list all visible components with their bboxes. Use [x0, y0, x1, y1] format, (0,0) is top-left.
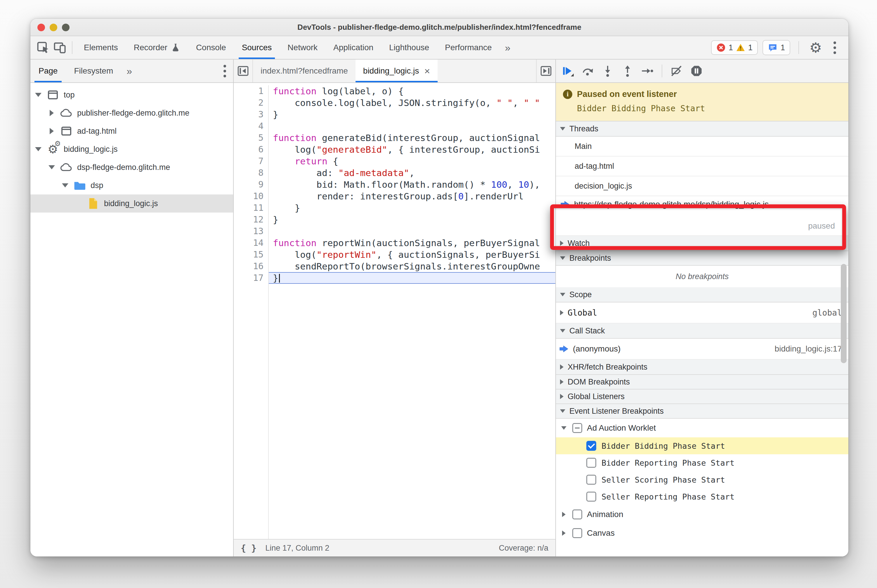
editor-tab-bidding-logic-js[interactable]: bidding_logic.js×	[355, 60, 438, 82]
section-event-listener-breakpoints[interactable]: Event Listener Breakpoints	[556, 404, 848, 418]
line-number-gutter[interactable]: 1234567891011121314151617	[234, 85, 269, 539]
step-out-icon[interactable]	[618, 62, 636, 80]
section-watch[interactable]: Watch	[556, 236, 848, 251]
line-number[interactable]: 3	[234, 109, 268, 120]
line-number[interactable]: 1	[234, 85, 268, 97]
section-dom-breakpoints[interactable]: DOM Breakpoints	[556, 374, 848, 390]
zoom-window-button[interactable]	[62, 24, 69, 31]
editor-tab-index-html-fencedframe[interactable]: index.html?fencedframe	[253, 60, 355, 82]
step-over-icon[interactable]	[579, 62, 597, 80]
checkbox-unchecked[interactable]	[586, 492, 596, 502]
line-number[interactable]: 17	[234, 272, 268, 284]
scope-global-row[interactable]: Global global	[556, 303, 848, 324]
code-line[interactable]: render: interestGroup.ads[0].renderUrl	[269, 190, 555, 202]
tab-page[interactable]: Page	[30, 60, 66, 82]
tree-item-dsp[interactable]: dsp	[30, 176, 233, 195]
code-editor[interactable]: 1234567891011121314151617 function log(l…	[234, 83, 555, 539]
device-toolbar-icon[interactable]	[51, 39, 68, 56]
chevron-right-icon[interactable]	[560, 531, 568, 536]
code-line[interactable]: function log(label, o) {	[269, 85, 555, 97]
resume-script-icon[interactable]	[559, 62, 577, 80]
thread-row-decision-logic-js[interactable]: decision_logic.js	[556, 176, 848, 196]
section-threads[interactable]: Threads	[556, 122, 848, 136]
settings-gear-icon[interactable]: ⚙	[807, 39, 824, 56]
section-call-stack[interactable]: Call Stack	[556, 324, 848, 339]
section-breakpoints[interactable]: Breakpoints	[556, 250, 848, 266]
inspect-element-icon[interactable]	[35, 39, 51, 56]
pretty-print-icon[interactable]: { }	[241, 543, 257, 553]
scrollbar-thumb[interactable]	[841, 264, 847, 363]
minimize-window-button[interactable]	[50, 24, 57, 31]
tree-item-top[interactable]: top	[30, 86, 233, 104]
section-scope[interactable]: Scope	[556, 287, 848, 303]
thread-row-paused[interactable]: https://dsp-fledge-demo.glitch.me/dsp/bi…	[556, 196, 848, 236]
code-line[interactable]: sendReportTo(browserSignals.interestGrou…	[269, 260, 555, 272]
tab-recorder[interactable]: Recorder	[126, 36, 188, 59]
line-number[interactable]: 6	[234, 144, 268, 155]
line-number[interactable]: 7	[234, 155, 268, 167]
chevron-down-icon[interactable]	[35, 147, 42, 151]
pause-on-exceptions-icon[interactable]	[687, 62, 706, 80]
line-number[interactable]: 4	[234, 120, 268, 132]
code-line[interactable]: log("generateBid", { interestGroup, auct…	[269, 144, 555, 155]
line-number[interactable]: 11	[234, 202, 268, 214]
more-navigator-tabs-chevron-icon[interactable]: »	[121, 65, 137, 77]
tree-item-publisher-fledge-demo-glitch-me[interactable]: publisher-fledge-demo.glitch.me	[30, 104, 233, 122]
code-lines[interactable]: function log(label, o) { console.log(lab…	[269, 85, 555, 539]
tree-item-bidding-logic-js[interactable]: bidding_logic.js	[30, 195, 233, 213]
code-line[interactable]: ad: "ad-metadata",	[269, 167, 555, 178]
code-line[interactable]: console.log(label, JSON.stringify(o, " "…	[269, 97, 555, 109]
checkbox-unchecked[interactable]	[586, 475, 596, 484]
chevron-down-icon[interactable]	[35, 93, 42, 97]
breakpoint-category-canvas[interactable]: Canvas	[556, 524, 848, 543]
chevron-right-icon[interactable]	[48, 128, 56, 134]
tree-item-bidding-logic-js[interactable]: ⚙⚙bidding_logic.js	[30, 140, 233, 158]
close-tab-icon[interactable]: ×	[424, 65, 430, 77]
thread-row-main[interactable]: Main	[556, 136, 848, 156]
tree-item-ad-tag-html[interactable]: ad-tag.html	[30, 122, 233, 140]
tree-item-dsp-fledge-demo-glitch-me[interactable]: dsp-fledge-demo.glitch.me	[30, 158, 233, 176]
code-line[interactable]: }	[269, 214, 555, 225]
checkbox-unchecked[interactable]	[586, 458, 596, 468]
line-number[interactable]: 14	[234, 237, 268, 249]
line-number[interactable]: 8	[234, 167, 268, 178]
code-line[interactable]: log("reportWin", { auctionSignals, perBu…	[269, 249, 555, 260]
line-number[interactable]: 5	[234, 132, 268, 144]
breakpoint-category-ad-auction-worklet[interactable]: Ad Auction Worklet	[556, 418, 848, 437]
tab-application[interactable]: Application	[325, 36, 381, 59]
navigator-more-menu-icon[interactable]	[219, 65, 233, 77]
tab-lighthouse[interactable]: Lighthouse	[381, 36, 437, 59]
line-number[interactable]: 10	[234, 190, 268, 202]
code-line[interactable]: }	[269, 109, 555, 120]
more-panels-chevron-icon[interactable]: »	[499, 42, 516, 53]
breakpoint-item-seller-scoring-phase-start[interactable]: Seller Scoring Phase Start	[556, 471, 848, 488]
tab-network[interactable]: Network	[280, 36, 325, 59]
deactivate-breakpoints-icon[interactable]	[668, 62, 686, 80]
hide-navigator-icon[interactable]	[234, 60, 253, 82]
line-number[interactable]: 15	[234, 249, 268, 260]
checkbox-unchecked[interactable]	[572, 510, 582, 519]
tab-console[interactable]: Console	[188, 36, 234, 59]
code-line[interactable]: }	[269, 202, 555, 214]
chevron-down-icon[interactable]	[61, 183, 69, 188]
checkbox-unchecked[interactable]	[572, 528, 582, 538]
chevron-right-icon[interactable]	[48, 110, 56, 116]
close-window-button[interactable]	[38, 24, 45, 31]
line-number[interactable]: 16	[234, 260, 268, 272]
tab-filesystem[interactable]: Filesystem	[66, 60, 121, 82]
breakpoint-item-bidder-bidding-phase-start[interactable]: Bidder Bidding Phase Start	[556, 437, 848, 454]
breakpoint-item-bidder-reporting-phase-start[interactable]: Bidder Reporting Phase Start	[556, 454, 848, 471]
breakpoint-item-seller-reporting-phase-start[interactable]: Seller Reporting Phase Start	[556, 488, 848, 505]
chevron-down-icon[interactable]	[48, 165, 56, 170]
show-more-tabs-icon[interactable]	[536, 60, 555, 82]
tab-elements[interactable]: Elements	[76, 36, 126, 59]
thread-row-ad-tag-html[interactable]: ad-tag.html	[556, 156, 848, 176]
code-line[interactable]: }	[269, 272, 555, 284]
chevron-down-icon[interactable]	[560, 426, 568, 430]
tab-sources[interactable]: Sources	[234, 36, 280, 59]
more-menu-icon[interactable]	[829, 42, 841, 54]
line-number[interactable]: 13	[234, 225, 268, 237]
checkbox-checked[interactable]	[586, 441, 596, 451]
line-number[interactable]: 12	[234, 214, 268, 225]
breakpoint-category-animation[interactable]: Animation	[556, 505, 848, 524]
